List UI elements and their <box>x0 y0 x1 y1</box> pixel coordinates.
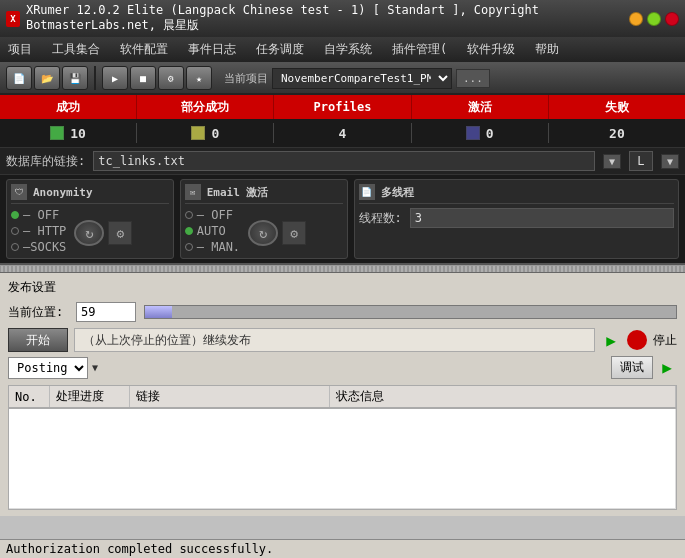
next-button[interactable]: ▶ <box>657 358 677 378</box>
panel-anonymity-title: Anonymity <box>33 186 93 199</box>
status-text: Authorization completed successfully. <box>6 542 273 556</box>
publish-section: 发布设置 当前位置: 开始 （从上次停止的位置）继续发布 ▶ 停止 Postin… <box>0 273 685 516</box>
doc-icon: 📄 <box>359 184 375 200</box>
email-label-off: — OFF <box>197 208 233 222</box>
anonymity-refresh-button[interactable]: ↻ <box>74 220 104 246</box>
minimize-button[interactable] <box>629 12 643 26</box>
app-title: XRumer 12.0.2 Elite (Langpack Chinese te… <box>26 3 629 34</box>
stat-partial-box: 0 <box>143 126 267 141</box>
email-refresh-button[interactable]: ↻ <box>248 220 278 246</box>
app-icon: X <box>6 11 20 27</box>
email-icon: ✉ <box>185 184 201 200</box>
test-button[interactable]: 调试 <box>611 356 653 379</box>
anon-option-socks[interactable]: —SOCKS <box>11 240 66 254</box>
project-select[interactable]: NovemberCompareTest1_PM <box>272 68 452 89</box>
tb-btn-7[interactable]: ★ <box>186 66 212 90</box>
current-pos-label: 当前位置: <box>8 304 68 321</box>
col-no: No. <box>9 386 49 408</box>
menu-config[interactable]: 软件配置 <box>116 39 172 60</box>
menu-log[interactable]: 事件日志 <box>184 39 240 60</box>
col-status: 状态信息 <box>329 386 676 408</box>
stat-active-value: 0 <box>486 126 494 141</box>
anon-option-off[interactable]: — OFF <box>11 208 66 222</box>
stat-profiles-box: 4 <box>280 126 404 141</box>
menu-upgrade[interactable]: 软件升级 <box>463 39 519 60</box>
threads-label: 线程数: <box>359 210 402 227</box>
db-right-input[interactable] <box>629 151 653 171</box>
stat-partial-value: 0 <box>211 126 219 141</box>
email-label-man: — MAN. <box>197 240 240 254</box>
tb-open-button[interactable]: 📂 <box>34 66 60 90</box>
table-empty-row <box>9 408 676 508</box>
anon-radio-socks <box>11 243 19 251</box>
stat-sep-3 <box>411 123 412 143</box>
db-right-filter-button[interactable]: ▼ <box>661 154 679 169</box>
anonymity-controls: ↻ ⚙ <box>74 220 132 246</box>
anonymity-gear-button[interactable]: ⚙ <box>108 221 132 245</box>
start-button[interactable]: 开始 <box>8 328 68 352</box>
panel-email-title: Email 激活 <box>207 185 269 200</box>
threads-input[interactable] <box>410 208 674 228</box>
title-bar: X XRumer 12.0.2 Elite (Langpack Chinese … <box>0 0 685 37</box>
data-table: No. 处理进度 链接 状态信息 <box>9 386 676 509</box>
menu-self-learn[interactable]: 自学系统 <box>320 39 376 60</box>
db-filter-button[interactable]: ▼ <box>603 154 621 169</box>
play-button[interactable]: ▶ <box>601 330 621 350</box>
project-more-button[interactable]: ... <box>456 69 490 88</box>
panel-email-header: ✉ Email 激活 <box>185 184 343 204</box>
db-row: 数据库的链接: ▼ ▼ <box>0 147 685 175</box>
close-button[interactable] <box>665 12 679 26</box>
tab-profiles[interactable]: Profiles <box>274 95 411 119</box>
tb-btn-5[interactable]: ■ <box>130 66 156 90</box>
main-dark-area: 成功 部分成功 Profiles 激活 失败 10 0 4 0 20 数据库的 <box>0 95 685 265</box>
action-row: 开始 （从上次停止的位置）继续发布 ▶ 停止 <box>8 328 677 352</box>
toolbar: 📄 📂 💾 ▶ ■ ⚙ ★ 当前项目 NovemberCompareTest1_… <box>0 63 685 95</box>
menu-project[interactable]: 项目 <box>4 39 36 60</box>
menu-plugins[interactable]: 插件管理( <box>388 39 451 60</box>
email-option-man[interactable]: — MAN. <box>185 240 240 254</box>
stat-success-value: 10 <box>70 126 86 141</box>
status-bar: Authorization completed successfully. <box>0 539 685 558</box>
current-pos-input[interactable] <box>76 302 136 322</box>
current-pos-row: 当前位置: <box>8 302 677 322</box>
publish-title: 发布设置 <box>8 279 677 296</box>
stop-label: 停止 <box>653 332 677 349</box>
anon-radio-off <box>11 211 19 219</box>
current-project-label: 当前项目 <box>224 71 268 86</box>
tab-failed[interactable]: 失败 <box>549 95 685 119</box>
stat-success-box: 10 <box>6 126 130 141</box>
maximize-button[interactable] <box>647 12 661 26</box>
stop-circle-button[interactable] <box>627 330 647 350</box>
email-gear-button[interactable]: ⚙ <box>282 221 306 245</box>
email-options: — OFF AUTO — MAN. <box>185 208 240 254</box>
tb-btn-4[interactable]: ▶ <box>102 66 128 90</box>
stat-sep-1 <box>136 123 137 143</box>
anon-option-http[interactable]: — HTTP <box>11 224 66 238</box>
menu-help[interactable]: 帮助 <box>531 39 563 60</box>
tb-btn-6[interactable]: ⚙ <box>158 66 184 90</box>
window-controls[interactable] <box>629 12 679 26</box>
mode-select[interactable]: Posting <box>8 357 88 379</box>
panel-anonymity-header: 🛡 Anonymity <box>11 184 169 204</box>
stats-row: 10 0 4 0 20 <box>0 119 685 147</box>
table-body <box>9 408 676 508</box>
db-input[interactable] <box>93 151 595 171</box>
email-label-auto: AUTO <box>197 224 226 238</box>
tab-success[interactable]: 成功 <box>0 95 137 119</box>
stat-failed-box: 20 <box>555 126 679 141</box>
tab-partial[interactable]: 部分成功 <box>137 95 274 119</box>
toolbar-buttons: 📄 📂 💾 ▶ ■ ⚙ ★ <box>6 66 212 90</box>
stat-success-icon <box>50 126 64 140</box>
tab-active[interactable]: 激活 <box>412 95 549 119</box>
anon-label-off: — OFF <box>23 208 59 222</box>
tb-new-button[interactable]: 📄 <box>6 66 32 90</box>
progress-bar-fill <box>145 306 172 318</box>
email-option-off[interactable]: — OFF <box>185 208 240 222</box>
tb-save-button[interactable]: 💾 <box>62 66 88 90</box>
menu-schedule[interactable]: 任务调度 <box>252 39 308 60</box>
menu-tools[interactable]: 工具集合 <box>48 39 104 60</box>
stat-active-box: 0 <box>418 126 542 141</box>
email-option-auto[interactable]: AUTO <box>185 224 240 238</box>
stat-failed-value: 20 <box>609 126 625 141</box>
email-radio-auto <box>185 227 193 235</box>
